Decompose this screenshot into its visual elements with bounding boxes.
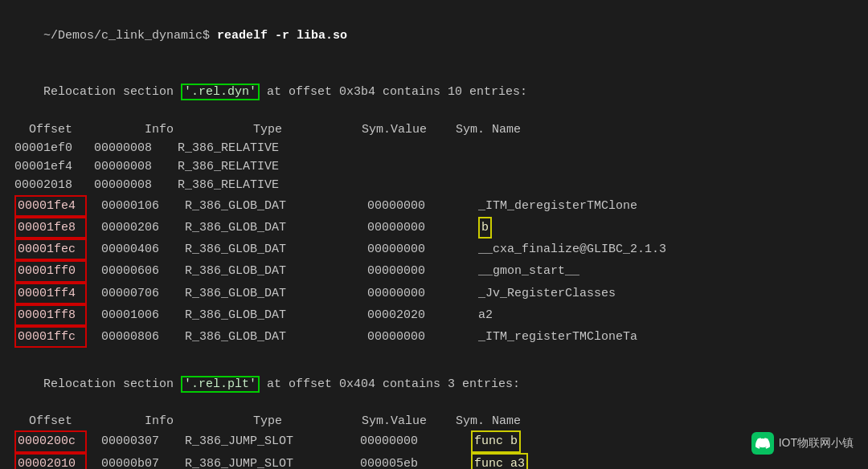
section2-name: '.rel.plt' <box>181 376 260 393</box>
terminal-window: ~/Demos/c_link_dynamic$ readelf -r liba.… <box>0 0 868 469</box>
symval-cell: 00000000 <box>367 218 464 237</box>
symname-cell: a2 <box>478 306 493 324</box>
table-row: 00001ef4 00000008 R_386_RELATIVE <box>14 157 854 176</box>
table-row: 00001fe8 00000206 R_386_GLOB_DAT 0000000… <box>14 217 854 239</box>
offset-cell: 00002018 <box>14 176 87 194</box>
type-cell: R_386_GLOB_DAT <box>178 218 338 237</box>
symname-cell-yellow: func a3 <box>471 453 528 470</box>
type-cell: R_386_GLOB_DAT <box>178 240 338 259</box>
section1-suffix: at offset 0x3b4 contains 10 entries: <box>260 85 527 99</box>
section1-col-headers: Offset Info Type Sym.Value Sym. Name <box>14 120 854 139</box>
symval-cell: 00000000 <box>367 284 464 303</box>
symname-cell: _Jv_RegisterClasses <box>478 284 616 303</box>
table-row: 00001ef0 00000008 R_386_RELATIVE <box>14 139 854 157</box>
section2-header: Relocation section '.rel.plt' at offset … <box>14 356 854 412</box>
info-cell: 00000b07 <box>94 455 170 470</box>
prompt: ~/Demos/c_link_dynamic$ <box>43 29 217 43</box>
type-cell: R_386_GLOB_DAT <box>178 306 338 324</box>
info-cell: 00000206 <box>94 218 170 237</box>
symname-cell-yellow: b <box>478 217 492 239</box>
info-cell: 00000008 <box>94 176 170 194</box>
offset-cell-red: 00001ff8 <box>14 304 87 326</box>
section2-prefix: Relocation section <box>43 377 181 391</box>
watermark: IOT物联网小镇 <box>751 432 854 455</box>
offset-cell: 00001ef0 <box>14 139 87 157</box>
symval-cell: 00000000 <box>367 240 464 259</box>
table-row: 00001ff8 00001006 R_386_GLOB_DAT 0000202… <box>14 304 854 326</box>
type-cell: R_386_JUMP_SLOT <box>178 455 338 470</box>
symname-cell: __gmon_start__ <box>478 262 579 280</box>
type-cell: R_386_GLOB_DAT <box>178 197 338 215</box>
spacer <box>14 348 854 356</box>
symname-cell-yellow: func b <box>471 430 521 452</box>
info-cell: 00000806 <box>94 328 170 346</box>
info-cell: 00000008 <box>94 139 170 157</box>
info-cell: 00000606 <box>94 262 170 280</box>
table-row: 00001ff0 00000606 R_386_GLOB_DAT 0000000… <box>14 260 854 282</box>
symval-cell: 00000000 <box>367 328 464 346</box>
table-row: 00001ff4 00000706 R_386_GLOB_DAT 0000000… <box>14 283 854 304</box>
info-cell: 00000406 <box>94 240 170 259</box>
symname-cell: __cxa_finalize@GLIBC_2.1.3 <box>478 240 666 259</box>
type-cell: R_386_GLOB_DAT <box>178 328 338 346</box>
table-row: 00002010 00000b07 R_386_JUMP_SLOT 000005… <box>14 453 854 470</box>
symname-cell: _ITM_deregisterTMClone <box>478 197 637 215</box>
section2-col-headers: Offset Info Type Sym.Value Sym. Name <box>14 412 854 430</box>
offset-cell-red: 00001fec <box>14 239 87 260</box>
watermark-icon <box>751 432 774 455</box>
type-cell: R_386_RELATIVE <box>178 139 338 157</box>
table-row: 00002018 00000008 R_386_RELATIVE <box>14 176 854 194</box>
info-cell: 00000307 <box>94 432 170 451</box>
info-cell: 00001006 <box>94 306 170 324</box>
offset-cell-red: 0000200c <box>14 430 87 452</box>
table-row: 00001ffc 00000806 R_386_GLOB_DAT 0000000… <box>14 326 854 348</box>
type-cell: R_386_RELATIVE <box>178 176 338 194</box>
section2-suffix: at offset 0x404 contains 3 entries: <box>260 377 520 391</box>
offset-cell-red: 00001ff4 <box>14 283 87 304</box>
symval-cell: 00000000 <box>367 262 464 280</box>
table-row: 0000200c 00000307 R_386_JUMP_SLOT 000000… <box>14 430 854 452</box>
section1-prefix: Relocation section <box>43 85 181 99</box>
type-cell: R_386_GLOB_DAT <box>178 262 338 280</box>
offset-cell-red: 00001fe4 <box>14 195 87 217</box>
command-line: ~/Demos/c_link_dynamic$ readelf -r liba.… <box>14 8 854 64</box>
info-cell: 00000106 <box>94 197 170 215</box>
symval-cell: 00002020 <box>367 306 464 324</box>
command: readelf -r liba.so <box>217 29 347 43</box>
type-cell: R_386_GLOB_DAT <box>178 284 338 303</box>
type-cell: R_386_JUMP_SLOT <box>178 432 338 451</box>
symval-cell: 00000000 <box>360 432 457 451</box>
symval-cell: 00000000 <box>367 197 464 215</box>
offset-cell-red: 00001ffc <box>14 326 87 348</box>
offset-cell-red: 00001fe8 <box>14 217 87 239</box>
offset-cell-red: 00001ff0 <box>14 260 87 282</box>
info-cell: 00000706 <box>94 284 170 303</box>
info-cell: 00000008 <box>94 157 170 176</box>
type-cell: R_386_RELATIVE <box>178 157 338 176</box>
watermark-text: IOT物联网小镇 <box>779 436 854 451</box>
section1-header: Relocation section '.rel.dyn' at offset … <box>14 64 854 120</box>
table-row: 00001fe4 00000106 R_386_GLOB_DAT 0000000… <box>14 195 854 217</box>
section1-name: '.rel.dyn' <box>181 84 260 100</box>
offset-cell: 00001ef4 <box>14 157 87 176</box>
symname-cell: _ITM_registerTMCloneTa <box>478 328 637 346</box>
offset-cell-red: 00002010 <box>14 453 87 470</box>
table-row: 00001fec 00000406 R_386_GLOB_DAT 0000000… <box>14 239 854 260</box>
symval-cell: 000005eb <box>360 455 457 470</box>
